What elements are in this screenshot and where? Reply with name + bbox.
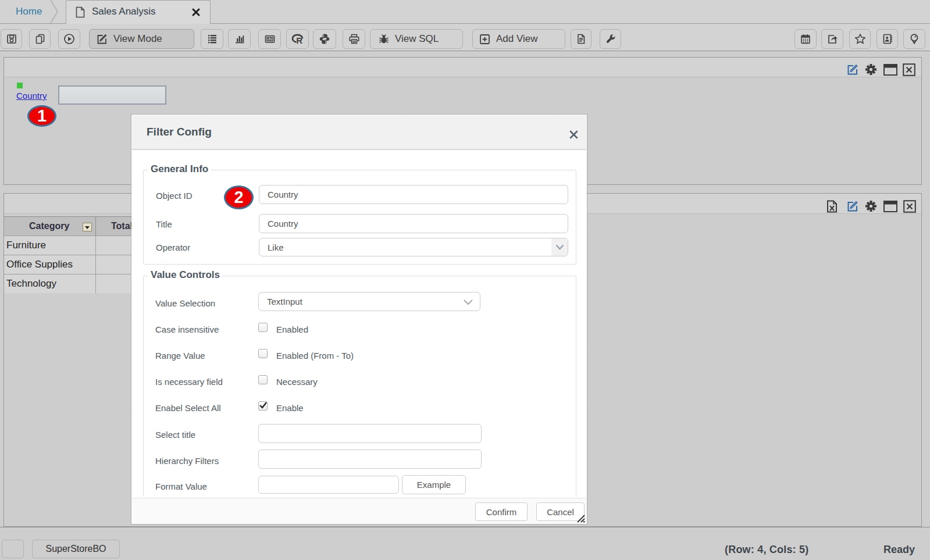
svg-text:R: R [296,35,302,45]
